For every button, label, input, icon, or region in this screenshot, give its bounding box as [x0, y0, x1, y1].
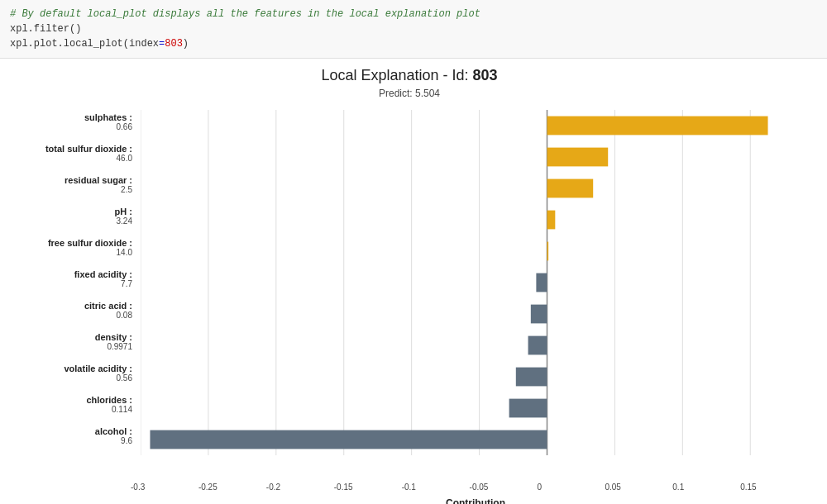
y-label: density :0.9971	[8, 326, 137, 357]
x-tick-label: 0.05	[605, 483, 620, 492]
x-tick-label: 0	[537, 483, 542, 492]
y-label: residual sugar :2.5	[8, 169, 137, 200]
feature-value: 0.56	[117, 373, 132, 383]
feature-name: fixed acidity :	[74, 269, 132, 279]
x-axis-labels: -0.3-0.25-0.2-0.15-0.1-0.0500.050.10.15	[141, 481, 786, 494]
bar-rect	[509, 399, 547, 418]
y-label: chlorides :0.114	[8, 388, 137, 420]
chart-title: Local Explanation - Id: 803	[8, 67, 810, 84]
predict-label: Predict: 5.504	[8, 88, 810, 99]
feature-name: total sulfur dioxide :	[45, 144, 132, 154]
bar-rect	[547, 148, 608, 167]
feature-value: 3.24	[117, 216, 132, 226]
y-axis-labels: sulphates :0.66total sulfur dioxide :46.…	[8, 106, 141, 504]
bar-rect	[150, 430, 547, 449]
feature-name: pH :	[115, 207, 132, 216]
y-label: total sulfur dioxide :46.0	[8, 137, 137, 169]
bar-rect	[547, 179, 593, 198]
chart-plot: -0.3-0.25-0.2-0.15-0.1-0.0500.050.10.15 …	[141, 106, 810, 504]
chart-svg	[141, 106, 786, 476]
x-tick-label: -0.1	[402, 483, 416, 492]
y-label: alcohol :9.6	[8, 420, 137, 451]
feature-name: residual sugar :	[65, 175, 132, 185]
code-block: # By default local_plot displays all the…	[0, 0, 827, 59]
bar-rect	[547, 116, 767, 136]
code-line2: xpl.plot.local_plot(index=803)	[10, 36, 817, 51]
bar-rect	[536, 273, 547, 292]
y-label: fixed acidity :7.7	[8, 263, 137, 294]
feature-value: 14.0	[117, 248, 132, 257]
feature-value: 0.08	[117, 311, 132, 320]
x-tick-label: -0.05	[470, 483, 489, 492]
feature-name: free sulfur dioxide :	[48, 238, 132, 248]
x-tick-label: -0.25	[198, 483, 218, 492]
feature-name: chlorides :	[86, 395, 132, 405]
feature-name: volatile acidity :	[64, 364, 132, 373]
feature-name: density :	[95, 332, 132, 342]
x-axis-title: Contribution	[141, 497, 810, 504]
bar-rect	[516, 368, 547, 387]
chart-container: Local Explanation - Id: 803 Predict: 5.5…	[0, 59, 827, 504]
y-label: citric acid :0.08	[8, 294, 137, 326]
feature-name: alcohol :	[95, 426, 132, 436]
x-tick-label: -0.2	[266, 483, 280, 492]
feature-value: 9.6	[121, 436, 132, 445]
x-tick-label: 0.1	[672, 483, 684, 492]
feature-name: citric acid :	[84, 301, 132, 311]
feature-value: 0.66	[117, 122, 132, 131]
y-label: sulphates :0.66	[8, 106, 137, 137]
y-label: volatile acidity :0.56	[8, 357, 137, 388]
feature-value: 2.5	[121, 185, 132, 194]
bar-rect	[547, 211, 555, 230]
feature-value: 0.114	[112, 405, 132, 414]
bar-rect	[531, 305, 547, 324]
code-line1: xpl.filter()	[10, 21, 817, 36]
y-label: free sulfur dioxide :14.0	[8, 231, 137, 263]
feature-value: 7.7	[121, 279, 132, 288]
x-tick-label: -0.3	[131, 483, 145, 492]
feature-value: 46.0	[117, 154, 132, 163]
bar-rect	[528, 336, 547, 355]
feature-value: 0.9971	[107, 342, 132, 351]
bar-rect	[547, 242, 548, 261]
y-label: pH :3.24	[8, 200, 137, 231]
x-tick-label: -0.15	[334, 483, 353, 492]
x-tick-label: 0.15	[740, 483, 756, 492]
feature-name: sulphates :	[84, 112, 132, 122]
code-comment: # By default local_plot displays all the…	[10, 7, 817, 21]
